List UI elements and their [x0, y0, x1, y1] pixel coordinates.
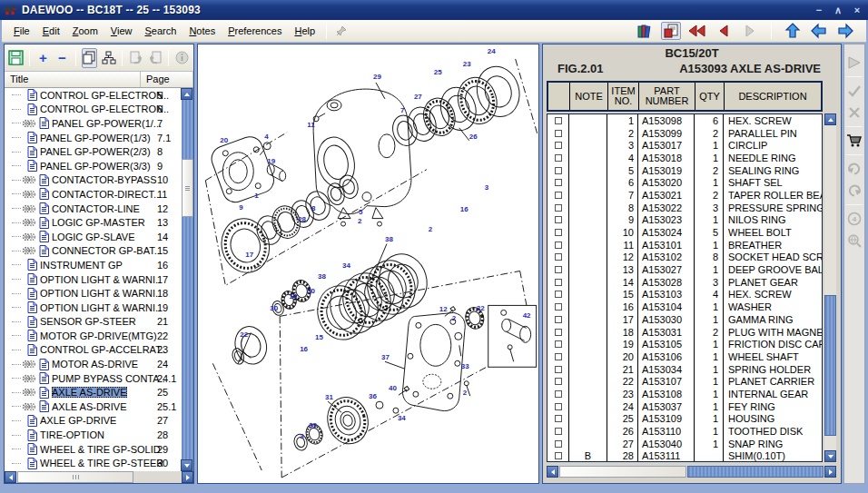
scrollbar-track[interactable] — [687, 466, 824, 478]
diagram-part-label[interactable]: 31 — [325, 393, 333, 401]
scrollbar-thumb[interactable] — [182, 159, 193, 217]
zoom-out-icon[interactable]: − — [54, 48, 70, 68]
scroll-right-button[interactable] — [182, 471, 193, 483]
rotate-back-icon[interactable] — [844, 158, 864, 180]
part-checkbox[interactable] — [555, 204, 562, 212]
tree-item[interactable]: WHEEL & TIRE GP-SOLID29 — [5, 442, 182, 457]
part-checkbox[interactable] — [555, 130, 562, 137]
tree-item-label[interactable]: INSTRUMENT GP — [40, 260, 123, 271]
part-checkbox[interactable] — [555, 329, 562, 336]
part-row[interactable]: 9A1530231NILOS RING — [547, 214, 822, 227]
tree-item[interactable]: OPTION LIGHT & WARNI..18 — [5, 286, 182, 301]
tree-item[interactable]: PUMP BYPASS CONTA..24.1 — [5, 371, 182, 386]
part-row[interactable]: 21A1530341SPRING HOLDER — [547, 363, 822, 376]
tree-item-label[interactable]: CONTACTOR-BYPASS — [52, 174, 157, 185]
diagram-part-label[interactable]: 14 — [289, 292, 297, 301]
tree-item[interactable]: OPTION LIGHT & WARNI..19 — [5, 301, 182, 315]
scrollbar-thumb[interactable] — [17, 471, 133, 483]
tree-item-label[interactable]: OPTION LIGHT & WARNI.. — [40, 288, 161, 299]
tree-vertical-scrollbar[interactable] — [182, 88, 193, 471]
maximize-button[interactable]: ∧ — [831, 4, 845, 16]
part-checkbox[interactable] — [555, 452, 562, 459]
diagram-part-label[interactable]: 28 — [298, 215, 306, 223]
column-page[interactable]: Page — [141, 72, 193, 87]
diagram-part-label[interactable]: 32 — [477, 304, 485, 312]
diagram-part-label[interactable]: 33 — [461, 362, 469, 370]
scrollbar-thumb[interactable] — [559, 466, 686, 478]
tree-horizontal-scrollbar[interactable] — [5, 471, 193, 483]
scroll-down-button[interactable] — [181, 459, 192, 471]
diagram-part-label[interactable]: 39 — [309, 421, 317, 429]
tree-item-label[interactable]: CONNECTOR GP-BAT... — [52, 245, 163, 256]
part-row[interactable]: 16A1531041WASHER — [547, 301, 822, 313]
previous-page-icon[interactable] — [714, 22, 734, 40]
scroll-left-button[interactable] — [547, 466, 558, 478]
tree-item[interactable]: LOGIC GP-SLAVE14 — [5, 230, 182, 244]
tree-view-icon[interactable] — [101, 48, 116, 68]
part-row[interactable]: 18A1530312PLUG WITH MAGNET — [547, 326, 822, 339]
import-note-icon[interactable] — [147, 48, 163, 68]
pin-icon[interactable] — [331, 22, 351, 40]
diagram-part-label[interactable]: 38 — [385, 235, 393, 243]
part-checkbox[interactable] — [555, 117, 562, 124]
part-row[interactable]: 22A1531071PLANET CARRIER — [547, 375, 822, 388]
part-row[interactable]: 4A1530181NEEDLE RING — [547, 152, 822, 164]
menu-edit[interactable]: Edit — [36, 23, 66, 39]
diagram-part-label[interactable]: 9 — [239, 203, 243, 212]
diagram-part-label[interactable]: 27 — [414, 93, 422, 101]
scroll-left-button[interactable] — [5, 471, 16, 483]
tree-item-label[interactable]: MOTOR GP-DRIVE(MTG) — [40, 330, 157, 341]
part-row[interactable]: 26A1531101TOOTHED DISK — [547, 425, 822, 438]
part-checkbox[interactable] — [555, 142, 562, 149]
diagram-part-label[interactable]: 16 — [460, 205, 469, 213]
menu-notes[interactable]: Notes — [182, 23, 222, 39]
back-icon[interactable] — [809, 22, 829, 40]
scrollbar-thumb[interactable] — [824, 295, 836, 436]
part-row[interactable]: 17A1530301GAMMA RING — [547, 313, 822, 326]
tree-item[interactable]: AXLE GP-DRIVE27 — [5, 414, 182, 429]
diagram-panel[interactable]: 2423252772629112041919828521731623834383… — [197, 44, 539, 484]
part-row[interactable]: 5A1530192SEALING RING — [547, 164, 822, 177]
part-row[interactable]: 27A1530401SNAP RING — [547, 438, 822, 450]
diagram-part-label[interactable]: 2 — [463, 389, 468, 397]
tree-item-label[interactable]: AXLE GP-DRIVE — [40, 415, 116, 426]
diagram-part-label[interactable]: 19 — [267, 157, 275, 165]
scroll-down-button[interactable] — [824, 450, 836, 462]
diagram-part-label[interactable]: 22 — [240, 330, 248, 339]
part-checkbox[interactable] — [555, 353, 562, 360]
diagram-part-label[interactable]: 15 — [315, 333, 323, 341]
part-checkbox[interactable] — [555, 366, 562, 373]
part-row[interactable]: 23A1531081INTERNAL GEAR — [547, 388, 822, 400]
menu-preferences[interactable]: Preferences — [222, 23, 288, 39]
part-checkbox[interactable] — [555, 390, 562, 398]
library-icon[interactable] — [635, 22, 655, 40]
part-row[interactable]: 19A1531051FRICTION DISC CARR — [547, 338, 822, 350]
diagram-part-label[interactable]: 36 — [369, 392, 377, 400]
tree-item[interactable]: CONNECTOR GP-BAT...15 — [5, 244, 182, 259]
scroll-right-button[interactable] — [824, 466, 836, 478]
tree-item-label[interactable]: CONTROL GP-ELECTRON.. — [40, 90, 169, 101]
part-checkbox[interactable] — [555, 440, 562, 448]
tree-item[interactable]: TIRE-OPTION28 — [5, 428, 182, 442]
rotate-forward-icon[interactable] — [844, 180, 864, 202]
tree-item[interactable]: WHEEL & TIRE GP-STEER30 — [5, 456, 182, 470]
web-search-icon[interactable] — [844, 230, 864, 251]
part-checkbox[interactable] — [555, 179, 562, 186]
diagram-part-label[interactable]: 8 — [311, 204, 316, 212]
part-row[interactable]: 8A1530223PRESSURE SPRING — [547, 202, 822, 214]
save-icon[interactable] — [8, 48, 24, 68]
diagram-part-label[interactable]: 16 — [300, 345, 308, 353]
info-icon[interactable] — [174, 48, 190, 68]
part-row[interactable]: 6A1530201SHAFT SEL — [547, 176, 822, 189]
diagram-part-label[interactable]: 3 — [485, 183, 489, 192]
part-checkbox[interactable] — [555, 242, 562, 249]
tree-item[interactable]: CONTROL GP-ELECTRON..5 — [5, 88, 182, 103]
tree-item-label[interactable]: MOTOR AS-DRIVE — [52, 359, 138, 370]
part-checkbox[interactable] — [555, 316, 562, 323]
diagram-part-label[interactable]: 34 — [398, 414, 406, 422]
part-checkbox[interactable] — [555, 340, 562, 348]
diagram-part-label[interactable]: 4 — [264, 133, 269, 141]
part-row[interactable]: 12A1531028SOCKET HEAD SCREW — [547, 251, 822, 264]
diagram-part-label[interactable]: 24 — [488, 47, 496, 55]
part-checkbox[interactable] — [555, 253, 562, 261]
